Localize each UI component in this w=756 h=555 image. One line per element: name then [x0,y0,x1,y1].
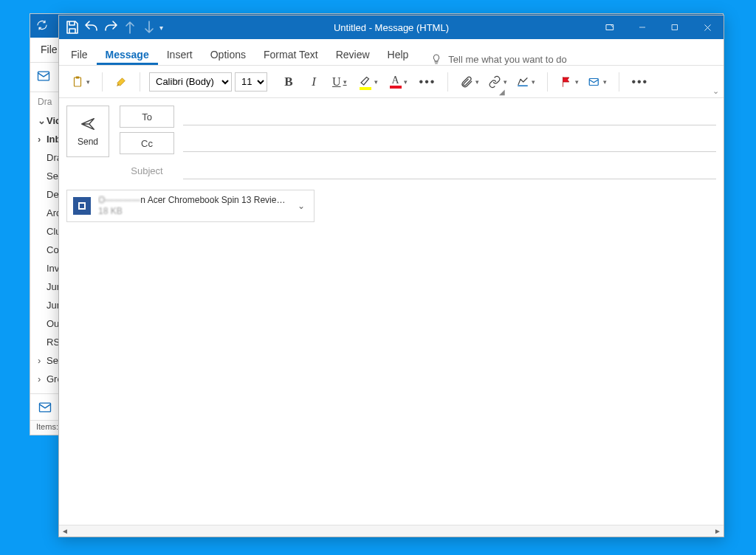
tell-me-search[interactable]: Tell me what you want to do [430,53,566,65]
link-icon [488,75,501,89]
scroll-right-icon[interactable]: ► [712,527,724,535]
svg-rect-2 [606,25,613,30]
tab-format-text[interactable]: Format Text [255,43,327,65]
paperclip-icon [460,75,473,89]
tab-message[interactable]: Message [97,43,158,65]
font-name-select[interactable]: Calibri (Body) [149,72,232,92]
ribbon-display-options-icon[interactable] [594,15,626,39]
compose-titlebar: ▾ Untitled - Message (HTML) [59,15,724,39]
svg-rect-5 [75,77,81,86]
attachment-item[interactable]: O————n Acer Chromebook Spin 13 Review.do… [66,190,315,222]
highlight-button[interactable]: ▾ [356,72,381,92]
assign-policy-button[interactable]: ▾ [585,72,610,92]
ribbon-tabs: File Message Insert Options Format Text … [59,39,724,66]
quick-access-toolbar: ▾ [59,15,173,39]
svg-rect-6 [76,76,80,78]
paintbrush-icon [114,75,128,89]
mail-options-icon [588,75,601,89]
svg-rect-8 [590,78,599,85]
compose-body: Send To Cc Subject O [59,98,724,525]
compose-window: ▾ Untitled - Message (HTML) File Message… [58,15,724,537]
send-button[interactable]: Send [66,106,109,157]
mail-icon [36,69,51,86]
font-color-icon: A [390,75,402,89]
paste-button[interactable]: ▾ [68,72,93,92]
send-label: Send [78,137,98,147]
to-button[interactable]: To [120,106,174,128]
attachment-size: 18 KB [98,206,287,217]
tab-file[interactable]: File [62,43,97,65]
underline-button[interactable]: U▾ [329,72,350,92]
message-body-editor[interactable] [66,230,716,525]
insert-link-button[interactable]: ▾ [485,72,510,92]
scroll-left-icon[interactable]: ◄ [59,527,71,535]
svg-rect-7 [518,85,529,86]
svg-rect-1 [40,403,51,412]
maximize-button[interactable] [659,15,691,39]
send-icon [80,116,96,132]
attach-file-button[interactable]: ▾ [457,72,482,92]
subject-field[interactable] [183,162,716,179]
format-painter-button[interactable] [111,72,131,92]
highlighter-icon [359,74,372,90]
font-color-button[interactable]: A ▾ [387,72,410,92]
cc-field[interactable] [183,134,716,152]
collapse-ribbon-icon[interactable]: ⌄ [712,86,719,96]
redo-icon[interactable] [102,18,120,36]
close-button[interactable] [691,15,724,39]
lightbulb-icon [430,53,442,65]
next-item-icon[interactable] [140,18,158,36]
minimize-button[interactable] [626,15,659,39]
word-doc-icon [73,197,91,215]
ribbon: ▾ Calibri (Body) 11 B I U▾ ▾ [59,66,724,98]
flag-icon [560,75,573,89]
signature-icon [516,75,529,89]
italic-button[interactable]: I [304,72,323,92]
font-size-select[interactable]: 11 [235,72,267,92]
save-icon[interactable] [63,18,81,36]
tab-help[interactable]: Help [379,43,418,65]
tell-me-placeholder: Tell me what you want to do [448,54,566,65]
tab-review[interactable]: Review [327,43,379,65]
cc-button[interactable]: Cc [120,132,174,154]
tab-insert[interactable]: Insert [158,43,202,65]
svg-rect-0 [38,72,49,80]
signature-button[interactable]: ▾ [513,72,538,92]
clipboard-icon [71,75,84,89]
more-formatting-button[interactable]: ••• [416,72,439,92]
bold-button[interactable]: B [279,72,298,92]
attachment-filename: O————n Acer Chromebook Spin 13 Review.do… [98,195,287,206]
attachment-menu-icon[interactable]: ⌄ [295,201,308,211]
qat-customize-icon[interactable]: ▾ [159,24,168,32]
more-commands-button[interactable]: ••• [628,72,651,92]
to-field[interactable] [183,108,716,125]
horizontal-scrollbar[interactable]: ◄ ► [59,525,724,537]
previous-item-icon[interactable] [121,18,139,36]
undo-icon[interactable] [83,18,100,36]
tab-options[interactable]: Options [202,43,255,65]
subject-label: Subject [120,165,174,176]
svg-rect-4 [673,25,678,30]
follow-up-flag-button[interactable]: ▾ [557,72,582,92]
sync-icon[interactable] [36,19,48,33]
